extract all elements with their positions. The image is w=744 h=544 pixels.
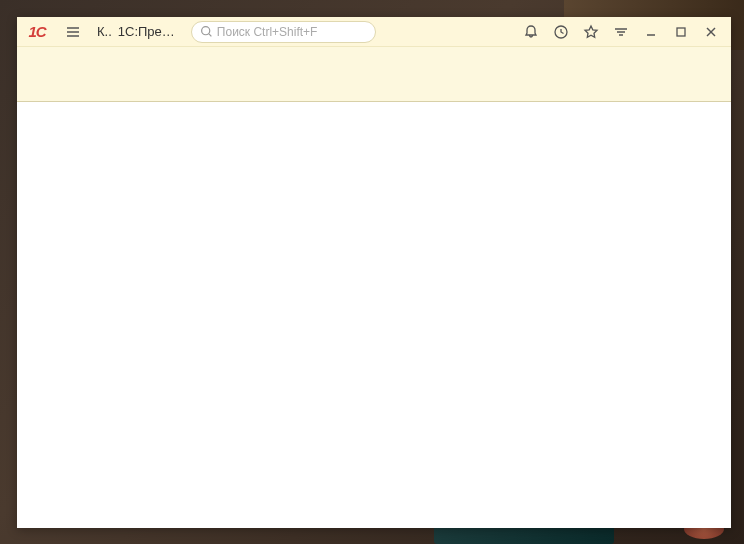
favorites-button[interactable]: [577, 18, 605, 46]
notifications-button[interactable]: [517, 18, 545, 46]
maximize-button[interactable]: [667, 18, 695, 46]
application-window: 1C К.. 1С:Пре…: [17, 17, 731, 528]
search-icon: [200, 25, 213, 38]
titlebar: 1C К.. 1С:Пре…: [17, 17, 731, 47]
breadcrumb-item[interactable]: К..: [97, 24, 112, 39]
history-icon: [553, 24, 569, 40]
filter-lines-icon: [613, 24, 629, 40]
menu-icon: [65, 24, 81, 40]
star-icon: [583, 24, 599, 40]
history-button[interactable]: [547, 18, 575, 46]
logo-text: 1C: [28, 23, 45, 40]
hamburger-menu-button[interactable]: [59, 18, 87, 46]
app-logo[interactable]: 1C: [23, 23, 51, 41]
minimize-button[interactable]: [637, 18, 665, 46]
breadcrumb-item[interactable]: 1С:Пре…: [118, 24, 175, 39]
search-input[interactable]: [217, 25, 367, 39]
svg-point-3: [201, 27, 209, 35]
close-icon: [703, 24, 719, 40]
bell-icon: [523, 24, 539, 40]
breadcrumb: К.. 1С:Пре…: [97, 24, 175, 39]
minimize-icon: [643, 24, 659, 40]
toolbar-area: [17, 47, 731, 102]
svg-line-4: [209, 34, 211, 36]
filter-button[interactable]: [607, 18, 635, 46]
search-box[interactable]: [191, 21, 376, 43]
titlebar-right-icons: [517, 18, 725, 46]
maximize-icon: [673, 24, 689, 40]
close-button[interactable]: [697, 18, 725, 46]
content-area: [17, 102, 731, 528]
svg-rect-10: [677, 28, 685, 36]
